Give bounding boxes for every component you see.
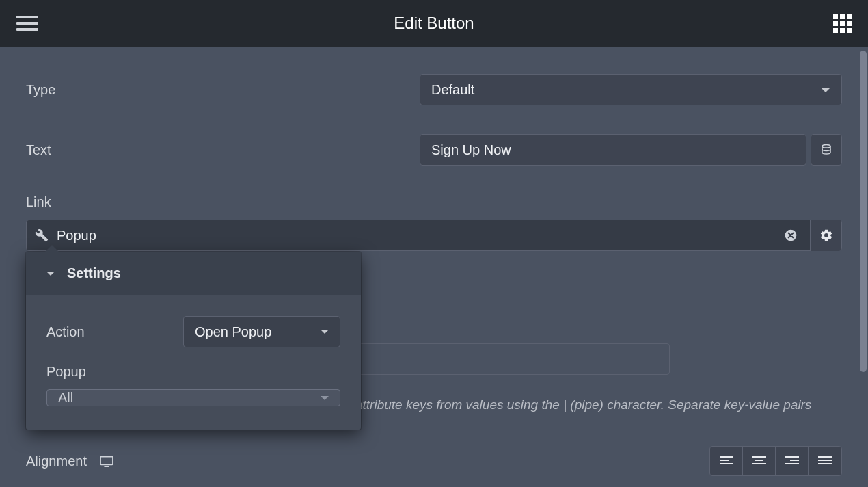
popup-value: All [58, 390, 73, 406]
popup-select[interactable]: All [46, 389, 340, 406]
align-center-icon [752, 456, 766, 466]
header-bar: Edit Button [0, 0, 868, 47]
page-title: Edit Button [394, 14, 474, 33]
link-label: Link [26, 194, 420, 210]
clear-link-button[interactable] [783, 227, 799, 244]
close-circle-icon [784, 228, 798, 242]
content-area: Type Default Text Link Popu [0, 47, 868, 487]
align-right-button[interactable] [776, 447, 809, 475]
type-row: Type Default [26, 74, 842, 105]
text-label: Text [26, 142, 420, 158]
chevron-down-icon [321, 330, 329, 334]
type-label: Type [26, 82, 420, 98]
alignment-label: Alignment [26, 453, 87, 469]
collapse-icon [46, 272, 55, 276]
align-left-button[interactable] [710, 447, 743, 475]
type-select[interactable]: Default [420, 74, 842, 105]
popover-header[interactable]: Settings [26, 252, 361, 295]
scrollbar-thumb[interactable] [860, 51, 867, 372]
link-field[interactable]: Popup [26, 220, 842, 251]
wrench-icon [35, 228, 49, 242]
link-settings-button[interactable] [810, 220, 841, 251]
popup-label: Popup [46, 364, 340, 380]
menu-icon[interactable] [16, 16, 38, 31]
popup-row: Popup All [46, 364, 340, 406]
dynamic-tags-button[interactable] [811, 134, 842, 166]
chevron-down-icon [321, 396, 329, 400]
link-label-row: Link [26, 194, 842, 210]
svg-point-0 [822, 145, 830, 148]
gear-icon [819, 228, 833, 242]
alignment-row: Alignment [26, 446, 842, 476]
action-label: Action [46, 324, 183, 340]
apps-grid-icon[interactable] [833, 14, 852, 33]
align-justify-button[interactable] [809, 447, 841, 475]
popover-title: Settings [67, 265, 121, 281]
svg-rect-2 [100, 457, 113, 465]
text-row: Text [26, 134, 842, 166]
scrollbar[interactable] [858, 47, 868, 487]
link-value: Popup [57, 228, 774, 244]
action-row: Action Open Popup [46, 316, 340, 347]
hint-text: attribute keys from values using the | (… [355, 395, 841, 415]
responsive-icon[interactable] [99, 455, 114, 467]
custom-attributes-input[interactable] [355, 343, 670, 375]
alignment-buttons [709, 446, 842, 476]
popover-body: Action Open Popup Popup All [26, 295, 361, 430]
text-input[interactable] [420, 134, 806, 166]
database-icon [820, 144, 832, 156]
align-center-button[interactable] [743, 447, 776, 475]
link-settings-popover: Settings Action Open Popup Popup All [26, 252, 361, 430]
align-left-icon [720, 456, 733, 466]
action-select[interactable]: Open Popup [183, 316, 340, 347]
chevron-down-icon [821, 88, 830, 92]
align-justify-icon [818, 456, 832, 466]
align-right-icon [785, 456, 799, 466]
type-value: Default [431, 82, 474, 98]
action-value: Open Popup [195, 324, 271, 340]
